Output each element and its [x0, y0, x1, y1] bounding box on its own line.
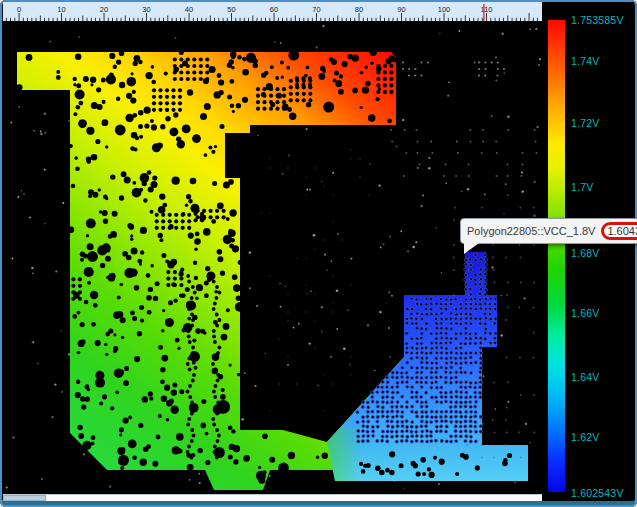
svg-text:20: 20: [100, 5, 108, 14]
colorbar-label: 1.62V: [571, 431, 599, 443]
ruler-cursor-line: [483, 4, 484, 21]
svg-text:50: 50: [227, 5, 235, 14]
probe-tooltip: Polygon22805::VCC_1.8V 1.60439V: [460, 218, 637, 244]
probe-value-highlight: 1.60439V: [601, 222, 637, 240]
colorbar-label: 1.7V: [571, 181, 593, 193]
h-scrollbar-thumb[interactable]: [3, 495, 46, 501]
svg-text:100: 100: [438, 5, 451, 14]
colorbar-label: 1.602543V: [571, 487, 624, 499]
svg-text:40: 40: [185, 5, 193, 14]
tooltip-tail: [464, 243, 479, 254]
ruler-ticks: 0102030405060708090100110: [3, 2, 542, 21]
colorbar-label: 1.74V: [571, 55, 599, 67]
window-frame: 0102030405060708090100110: [0, 0, 637, 507]
h-scrollbar[interactable]: [3, 494, 542, 501]
colorbar-label: 1.68V: [571, 247, 599, 259]
svg-text:0: 0: [17, 5, 21, 14]
colorbar-label: 1.64V: [571, 371, 599, 383]
pcb-svg: [3, 21, 542, 494]
probe-net-label: Polygon22805::VCC_1.8V: [467, 225, 595, 237]
svg-text:80: 80: [355, 5, 363, 14]
svg-text:110: 110: [481, 5, 493, 14]
svg-text:10: 10: [57, 5, 65, 14]
svg-text:90: 90: [397, 5, 405, 14]
colorbar-label: 1.753585V: [571, 14, 624, 26]
svg-text:70: 70: [312, 5, 320, 14]
svg-text:60: 60: [270, 5, 278, 14]
voltage-colorbar: [548, 20, 565, 492]
colorbar-label: 1.72V: [571, 117, 599, 129]
layout-canvas[interactable]: [3, 21, 542, 494]
horizontal-ruler: 0102030405060708090100110: [3, 2, 542, 22]
colorbar-label: 1.66V: [571, 307, 599, 319]
svg-text:30: 30: [142, 5, 150, 14]
